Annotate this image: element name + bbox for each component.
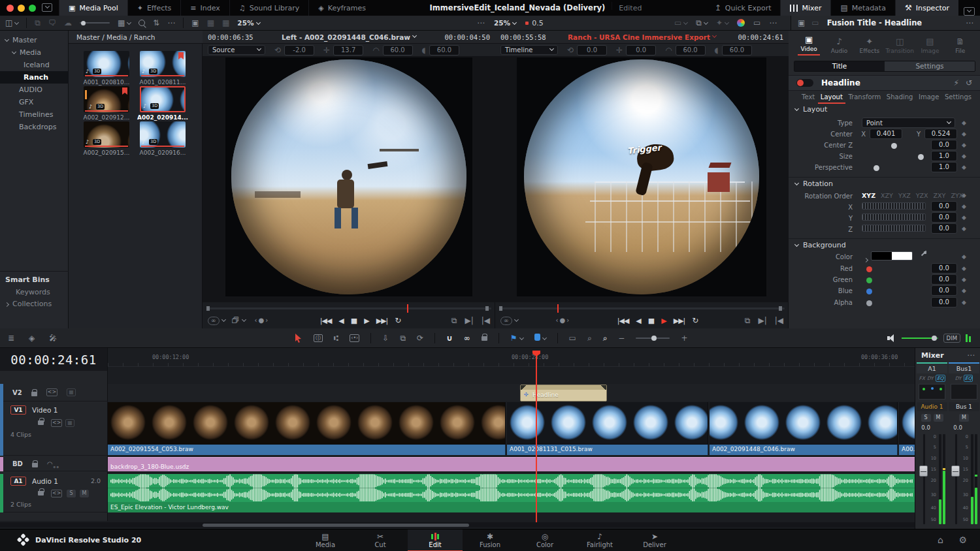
rotation-z-dial[interactable]	[862, 225, 926, 232]
keyframe-icon[interactable]: ◆	[962, 192, 966, 198]
snapping-magnet-icon[interactable]: ∪	[446, 334, 453, 342]
page-tab-fusion[interactable]: ✱Fusion	[463, 529, 517, 551]
layout-section-header[interactable]: Layout	[795, 105, 827, 114]
match-frame-icon[interactable]: ⧉	[745, 317, 751, 324]
metadata-button[interactable]: ▤Metadata	[830, 0, 894, 16]
auto-select-icon[interactable]: <>	[46, 388, 57, 396]
goto-in-icon[interactable]: |◀	[775, 317, 783, 324]
still-grab-icon[interactable]: ▣	[191, 19, 199, 27]
rotation-y-dial[interactable]	[862, 213, 926, 221]
quick-export-button[interactable]: ↥Quick Export	[706, 0, 781, 16]
jog-wheel[interactable]: ‹●›	[556, 317, 571, 324]
page-tab-edit[interactable]: Edit	[408, 529, 463, 551]
dynamic-trim-icon[interactable]: ‹•›	[350, 334, 359, 342]
first-frame-button[interactable]: |◀◀	[617, 317, 629, 325]
keyframe-wand-icon[interactable]: ⚡	[954, 79, 959, 87]
track-header-bd[interactable]: BD ◠˳˳	[3, 457, 108, 471]
window-layout-icon[interactable]	[42, 3, 52, 12]
viewer-options-icon[interactable]: ⋯	[769, 19, 777, 27]
timeline-scrollbar[interactable]	[0, 522, 915, 527]
source-scrub-bar[interactable]	[206, 304, 491, 313]
rotation-order-options[interactable]: XYZ XZYYXZ YZXZXY ZYX	[862, 192, 963, 199]
source-mode-dropdown[interactable]: Source	[208, 45, 265, 55]
bin-item-gfx[interactable]: GFX	[0, 96, 69, 108]
filmstrip-icon[interactable]: ▦	[65, 419, 74, 427]
track-lock-icon[interactable]	[32, 463, 38, 467]
rotation-section-header[interactable]: Rotation	[795, 180, 833, 188]
last-frame-button[interactable]: ▶▶|	[674, 317, 685, 325]
blue-input[interactable]: 0.0	[931, 285, 957, 296]
mixer-bus1-tab[interactable]: Bus1	[949, 364, 979, 373]
settings-gear-icon[interactable]: ⚙	[958, 535, 967, 544]
zoom-out-minus[interactable]: −	[618, 334, 625, 342]
fx-badge[interactable]: FX	[919, 375, 924, 381]
page-tab-cut[interactable]: ✂Cut	[353, 529, 408, 551]
loop-mode-icon[interactable]: ∞	[208, 317, 220, 325]
background-color-swatch[interactable]	[871, 251, 913, 260]
keyframe-icon[interactable]: ◆	[962, 253, 966, 260]
green-input[interactable]: 0.0	[931, 274, 957, 285]
volume-slider[interactable]	[902, 338, 938, 339]
traffic-zoom-button[interactable]	[29, 5, 36, 12]
smart-bins-collections[interactable]: Collections	[5, 300, 52, 308]
sort-icon[interactable]: ⇅	[153, 19, 159, 27]
first-frame-button[interactable]: |◀◀	[320, 317, 332, 325]
keyframe-icon[interactable]: ◆	[962, 276, 966, 283]
mixer-a1-tab[interactable]: A1	[917, 364, 947, 373]
viewer-zoom-dropdown[interactable]: 25%	[494, 19, 516, 27]
source-fov-value[interactable]: 60.0	[383, 45, 413, 55]
source-clip-name-dropdown[interactable]: Left - A002_02091448_C046.braw	[282, 33, 416, 41]
cloud-icon[interactable]: ☁	[64, 19, 72, 27]
media-clip-1[interactable]: ♪3D	[84, 51, 129, 77]
traffic-minimize-button[interactable]	[18, 5, 25, 12]
step-back-button[interactable]: ◀	[636, 317, 640, 325]
source-lens-value[interactable]: 60.0	[429, 45, 459, 55]
keyframe-icon[interactable]: ◆	[962, 225, 966, 232]
timeline-video-clip-3[interactable]	[710, 402, 898, 445]
comment-icon[interactable]: 🗨	[48, 19, 56, 27]
perspective-input[interactable]: 1.0	[931, 162, 957, 172]
auto-select-icon[interactable]: <>	[51, 419, 62, 427]
section-tab-shading[interactable]: Shading	[887, 93, 913, 101]
traffic-close-button[interactable]	[7, 5, 14, 12]
inspector-more-icon[interactable]: ⋯	[966, 19, 973, 27]
timeline-zoom-slider[interactable]	[636, 338, 670, 339]
search-icon[interactable]	[139, 20, 145, 26]
zoom-custom-icon[interactable]: ⌕	[603, 334, 608, 342]
panel-collapse-icon[interactable]	[964, 7, 975, 16]
source-tilt-value[interactable]: 13.7	[333, 45, 363, 55]
track-lock-icon[interactable]	[38, 420, 44, 425]
timeline-video-clip-4[interactable]	[899, 402, 915, 445]
timeline-fov-value[interactable]: 60.0	[676, 45, 706, 55]
tab-sound-library[interactable]: ♫Sound Library	[229, 0, 308, 16]
keyframe-icon[interactable]: ◆	[962, 214, 966, 221]
timeline-ruler[interactable]: 00:00:12:00 00:00:24:00 00:00:36:00	[108, 348, 915, 367]
media-clip-5[interactable]: ♪3D	[84, 121, 129, 148]
timeline-video-clip-2[interactable]	[507, 402, 708, 445]
auto-select-icon[interactable]: <>	[51, 490, 62, 497]
keyframe-icon[interactable]: ◆	[962, 287, 966, 294]
subtitle-track-icon[interactable]: ◈	[29, 334, 35, 342]
thumb-size-slider[interactable]	[80, 22, 110, 24]
viewer-more-icon[interactable]: ⋯	[477, 19, 485, 27]
center-z-input[interactable]: 0.0	[931, 140, 957, 150]
section-tab-text[interactable]: Text	[802, 93, 815, 101]
alpha-input[interactable]: 0.0	[931, 297, 957, 307]
bin-item-media[interactable]: Media	[0, 46, 69, 59]
voiceover-mic-icon[interactable]: 🎤︎	[49, 334, 57, 342]
step-back-button[interactable]: ◀	[338, 317, 343, 325]
enhanced-viewer-icon[interactable]: ✦	[716, 19, 728, 27]
loop-button[interactable]: ↻	[395, 316, 400, 325]
section-tab-layout[interactable]: Layout	[821, 93, 843, 101]
dim-button[interactable]: DIM	[943, 334, 960, 343]
timeline-scrub-bar[interactable]	[499, 304, 785, 313]
solo-button[interactable]: S	[67, 490, 76, 497]
stop-button[interactable]: ■	[351, 317, 357, 325]
speaker-icon[interactable]	[887, 334, 896, 342]
rotation-x-dial[interactable]	[862, 202, 926, 210]
goto-out-icon[interactable]: ▶|	[758, 317, 766, 324]
bin-view-toggle-icon[interactable]: ◫	[5, 19, 18, 27]
eyedropper-icon[interactable]	[919, 251, 927, 259]
timeline-pan-value[interactable]: 0.0	[577, 45, 607, 55]
fader-knob[interactable]	[919, 465, 928, 477]
